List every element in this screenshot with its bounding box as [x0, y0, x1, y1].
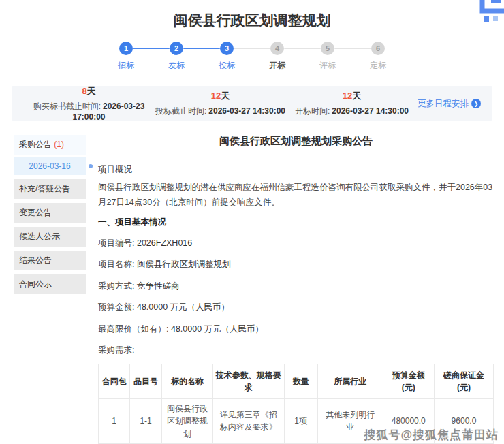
- sidebar-item-supplement-notice[interactable]: 补充/答疑公告: [14, 179, 86, 199]
- step-tender: 1 招标: [111, 42, 141, 72]
- field-project-name: 项目名称: 闽侯县行政区划调整规划: [98, 255, 494, 271]
- schedule-datetime: 2026-03-27 14:30:00: [332, 106, 409, 116]
- section-heading-basic-info: 一、项目基本情况: [98, 217, 494, 228]
- page-title: 闽侯县行政区划调整规划: [0, 0, 504, 30]
- step-open: 4 开标: [262, 42, 292, 72]
- sidebar-item-candidate-publicity[interactable]: 候选人公示: [14, 227, 86, 247]
- overview-heading: 项目概况: [98, 164, 494, 176]
- col-quantity: 数量: [284, 364, 317, 398]
- step-bid: 3 投标: [212, 42, 242, 72]
- progress-stepper: 1 招标 2 发标 3 投标 4 开标 5 评标 6 定标: [0, 42, 504, 72]
- days-remaining: 12天: [155, 90, 286, 102]
- schedule-item-bid-deadline: 12天 投标截止时间:2026-03-27 14:30:00: [155, 90, 286, 117]
- field-procurement-method: 采购方式: 竞争性磋商: [98, 277, 494, 293]
- content-area: 采购公告 (1) 2026-03-16 补充/答疑公告 变更公告 候选人公示 结…: [14, 135, 494, 444]
- field-budget-amount: 预算金额: 48.0000 万元（人民币）: [98, 298, 494, 314]
- page: 闽侯县行政区划调整规划 1 招标 2 发标 3 投标 4 开标 5 评标 6 定…: [0, 0, 504, 444]
- sidebar-item-change-notice[interactable]: 变更公告: [14, 203, 86, 223]
- more-schedule-link[interactable]: 更多日程安排 ❯: [418, 98, 481, 110]
- schedule-datetime: 2026-03-27 14:30:00: [208, 106, 285, 116]
- field-project-number: 项目编号: 2026FZXH016: [98, 234, 494, 250]
- schedule-item-open-time: 12天 开标时间:2026-03-27 14:30:00: [286, 90, 418, 117]
- sidebar-item-notice-date[interactable]: 2026-03-16: [14, 157, 86, 175]
- step-number-badge: 4: [270, 42, 284, 55]
- overview-text: 闽侯县行政区划调整规划的潜在供应商应在福州信豪工程造价咨询有限公司获取采购文件，…: [98, 180, 494, 210]
- schedule-label: 投标截止时间:: [155, 106, 206, 116]
- schedule-bar: 8天 购买标书截止时间:2026-03-23 17:00:00 12天 投标截止…: [12, 86, 492, 121]
- main-content: 闽侯县行政区划调整规划采购公告 项目概况 闽侯县行政区划调整规划的潜在供应商应在…: [98, 135, 494, 444]
- step-evaluate: 5 评标: [313, 42, 343, 72]
- col-contract-package: 合同包: [99, 364, 130, 398]
- step-number-badge: 1: [119, 42, 133, 55]
- col-budget: 预算金额 (元): [383, 364, 434, 398]
- col-tech-specs: 技术参数、规格要求: [213, 364, 284, 398]
- days-remaining: 12天: [286, 90, 418, 102]
- step-issue: 2 发标: [161, 42, 191, 72]
- step-number-badge: 2: [170, 42, 183, 55]
- table-header-row: 合同包 品目号 标的名称 技术参数、规格要求 数量 所属行业 预算金额 (元) …: [99, 364, 494, 398]
- step-number-badge: 3: [220, 42, 234, 55]
- days-remaining: 8天: [23, 85, 155, 97]
- sidebar: 采购公告 (1) 2026-03-16 补充/答疑公告 变更公告 候选人公示 结…: [14, 135, 86, 294]
- step-number-badge: 5: [321, 42, 334, 55]
- qr-code-icon: [470, 0, 504, 27]
- sidebar-item-procurement-notice[interactable]: 采购公告 (1): [14, 135, 86, 155]
- watermark: 搜狐号@搜狐焦点莆田站: [364, 427, 499, 443]
- schedule-item-purchase-deadline: 8天 购买标书截止时间:2026-03-23 17:00:00: [23, 85, 155, 122]
- arrow-right-icon: ❯: [471, 99, 481, 108]
- schedule-label: 购买标书截止时间:: [33, 101, 101, 111]
- col-subject-name: 标的名称: [161, 364, 212, 398]
- step-award: 6 定标: [363, 42, 393, 72]
- notice-count-badge: (1): [54, 140, 64, 149]
- col-deposit: 磋商保证金 (元): [434, 364, 493, 398]
- field-procurement-demand: 采购需求:: [98, 341, 494, 357]
- step-number-badge: 6: [371, 42, 385, 55]
- sidebar-item-contract-publicity[interactable]: 合同公示: [14, 274, 86, 294]
- announcement-title: 闽侯县行政区划调整规划采购公告: [98, 135, 494, 148]
- schedule-label: 开标时间:: [295, 106, 330, 116]
- field-max-price: 最高限价（如有）: 48.0000 万元（人民币）: [98, 320, 494, 336]
- active-dot-icon: [89, 164, 93, 168]
- sidebar-item-result-notice[interactable]: 结果公告: [14, 251, 86, 270]
- col-item-number: 品目号: [130, 364, 161, 398]
- col-industry: 所属行业: [317, 364, 383, 398]
